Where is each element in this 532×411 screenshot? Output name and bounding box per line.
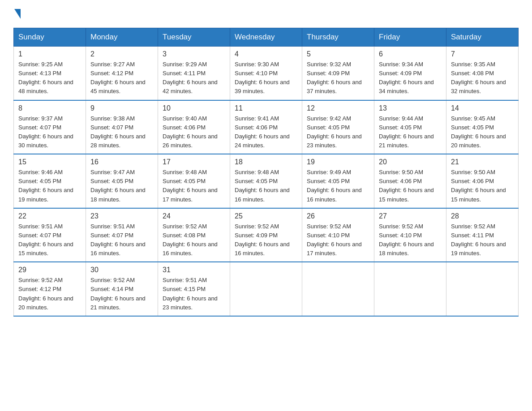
day-number: 17 (163, 158, 225, 166)
day-info: Sunrise: 9:45 AMSunset: 4:05 PMDaylight:… (451, 114, 514, 150)
calendar-cell: 1Sunrise: 9:25 AMSunset: 4:13 PMDaylight… (14, 47, 86, 100)
calendar-cell: 10Sunrise: 9:40 AMSunset: 4:06 PMDayligh… (158, 100, 230, 154)
calendar-cell (446, 262, 519, 316)
week-row-5: 29Sunrise: 9:52 AMSunset: 4:12 PMDayligh… (14, 262, 519, 316)
day-number: 7 (451, 50, 514, 58)
calendar-cell: 6Sunrise: 9:34 AMSunset: 4:09 PMDaylight… (374, 47, 446, 100)
header-tuesday: Tuesday (158, 28, 230, 47)
day-info: Sunrise: 9:42 AMSunset: 4:05 PMDaylight:… (307, 114, 369, 150)
calendar-cell: 17Sunrise: 9:48 AMSunset: 4:05 PMDayligh… (158, 154, 230, 208)
calendar-cell: 21Sunrise: 9:50 AMSunset: 4:06 PMDayligh… (446, 154, 519, 208)
day-info: Sunrise: 9:25 AMSunset: 4:13 PMDaylight:… (18, 60, 81, 96)
day-info: Sunrise: 9:48 AMSunset: 4:05 PMDaylight:… (163, 168, 225, 204)
day-info: Sunrise: 9:44 AMSunset: 4:05 PMDaylight:… (379, 114, 442, 150)
week-row-2: 8Sunrise: 9:37 AMSunset: 4:07 PMDaylight… (14, 100, 519, 154)
day-info: Sunrise: 9:37 AMSunset: 4:07 PMDaylight:… (18, 114, 81, 150)
calendar-cell: 30Sunrise: 9:52 AMSunset: 4:14 PMDayligh… (86, 262, 158, 316)
calendar-cell: 9Sunrise: 9:38 AMSunset: 4:07 PMDaylight… (86, 100, 158, 154)
header-saturday: Saturday (446, 28, 519, 47)
calendar-cell: 22Sunrise: 9:51 AMSunset: 4:07 PMDayligh… (14, 208, 86, 262)
calendar-cell: 7Sunrise: 9:35 AMSunset: 4:08 PMDaylight… (446, 47, 519, 100)
week-row-3: 15Sunrise: 9:46 AMSunset: 4:05 PMDayligh… (14, 154, 519, 208)
day-number: 24 (163, 212, 225, 220)
day-info: Sunrise: 9:46 AMSunset: 4:05 PMDaylight:… (18, 168, 81, 204)
calendar-cell: 13Sunrise: 9:44 AMSunset: 4:05 PMDayligh… (374, 100, 446, 154)
calendar-cell: 8Sunrise: 9:37 AMSunset: 4:07 PMDaylight… (14, 100, 86, 154)
day-info: Sunrise: 9:51 AMSunset: 4:15 PMDaylight:… (163, 276, 225, 312)
day-number: 20 (379, 158, 442, 166)
day-info: Sunrise: 9:52 AMSunset: 4:10 PMDaylight:… (379, 222, 442, 258)
day-number: 12 (307, 104, 369, 112)
calendar-cell: 11Sunrise: 9:41 AMSunset: 4:06 PMDayligh… (230, 100, 302, 154)
day-info: Sunrise: 9:50 AMSunset: 4:06 PMDaylight:… (379, 168, 442, 204)
calendar-cell: 16Sunrise: 9:47 AMSunset: 4:05 PMDayligh… (86, 154, 158, 208)
day-number: 9 (90, 104, 153, 112)
day-number: 22 (18, 212, 81, 220)
calendar-cell: 27Sunrise: 9:52 AMSunset: 4:10 PMDayligh… (374, 208, 446, 262)
day-number: 27 (379, 212, 442, 220)
day-info: Sunrise: 9:34 AMSunset: 4:09 PMDaylight:… (379, 60, 442, 96)
calendar-cell: 25Sunrise: 9:52 AMSunset: 4:09 PMDayligh… (230, 208, 302, 262)
logo-triangle-icon (14, 9, 21, 19)
week-row-1: 1Sunrise: 9:25 AMSunset: 4:13 PMDaylight… (14, 47, 519, 100)
day-info: Sunrise: 9:27 AMSunset: 4:12 PMDaylight:… (90, 60, 153, 96)
day-info: Sunrise: 9:52 AMSunset: 4:08 PMDaylight:… (163, 222, 225, 258)
calendar-cell: 4Sunrise: 9:30 AMSunset: 4:10 PMDaylight… (230, 47, 302, 100)
calendar-cell: 23Sunrise: 9:51 AMSunset: 4:07 PMDayligh… (86, 208, 158, 262)
day-info: Sunrise: 9:51 AMSunset: 4:07 PMDaylight:… (18, 222, 81, 258)
day-number: 4 (235, 50, 297, 58)
calendar-cell (302, 262, 374, 316)
day-info: Sunrise: 9:40 AMSunset: 4:06 PMDaylight:… (163, 114, 225, 150)
day-number: 23 (90, 212, 153, 220)
day-info: Sunrise: 9:52 AMSunset: 4:10 PMDaylight:… (307, 222, 369, 258)
calendar-table: SundayMondayTuesdayWednesdayThursdayFrid… (13, 28, 519, 317)
calendar-cell: 5Sunrise: 9:32 AMSunset: 4:09 PMDaylight… (302, 47, 374, 100)
header-thursday: Thursday (302, 28, 374, 47)
day-info: Sunrise: 9:47 AMSunset: 4:05 PMDaylight:… (90, 168, 153, 204)
day-number: 13 (379, 104, 442, 112)
day-number: 14 (451, 104, 514, 112)
day-info: Sunrise: 9:50 AMSunset: 4:06 PMDaylight:… (451, 168, 514, 204)
day-info: Sunrise: 9:32 AMSunset: 4:09 PMDaylight:… (307, 60, 369, 96)
calendar-cell: 18Sunrise: 9:48 AMSunset: 4:05 PMDayligh… (230, 154, 302, 208)
calendar-cell: 2Sunrise: 9:27 AMSunset: 4:12 PMDaylight… (86, 47, 158, 100)
day-number: 30 (90, 266, 153, 274)
day-number: 31 (163, 266, 225, 274)
calendar-cell: 14Sunrise: 9:45 AMSunset: 4:05 PMDayligh… (446, 100, 519, 154)
header-friday: Friday (374, 28, 446, 47)
day-number: 5 (307, 50, 369, 58)
header-sunday: Sunday (14, 28, 86, 47)
calendar-cell: 29Sunrise: 9:52 AMSunset: 4:12 PMDayligh… (14, 262, 86, 316)
header-monday: Monday (86, 28, 158, 47)
day-number: 6 (379, 50, 442, 58)
calendar-cell: 20Sunrise: 9:50 AMSunset: 4:06 PMDayligh… (374, 154, 446, 208)
calendar-cell: 12Sunrise: 9:42 AMSunset: 4:05 PMDayligh… (302, 100, 374, 154)
calendar-cell: 24Sunrise: 9:52 AMSunset: 4:08 PMDayligh… (158, 208, 230, 262)
day-info: Sunrise: 9:52 AMSunset: 4:14 PMDaylight:… (90, 276, 153, 312)
day-info: Sunrise: 9:30 AMSunset: 4:10 PMDaylight:… (235, 60, 297, 96)
day-number: 28 (451, 212, 514, 220)
logo (13, 9, 21, 19)
day-info: Sunrise: 9:38 AMSunset: 4:07 PMDaylight:… (90, 114, 153, 150)
calendar-header-row: SundayMondayTuesdayWednesdayThursdayFrid… (14, 28, 519, 47)
day-info: Sunrise: 9:52 AMSunset: 4:11 PMDaylight:… (451, 222, 514, 258)
day-number: 8 (18, 104, 81, 112)
day-number: 11 (235, 104, 297, 112)
day-info: Sunrise: 9:29 AMSunset: 4:11 PMDaylight:… (163, 60, 225, 96)
day-info: Sunrise: 9:48 AMSunset: 4:05 PMDaylight:… (235, 168, 297, 204)
day-info: Sunrise: 9:41 AMSunset: 4:06 PMDaylight:… (235, 114, 297, 150)
day-number: 3 (163, 50, 225, 58)
day-number: 29 (18, 266, 81, 274)
calendar-cell (230, 262, 302, 316)
day-number: 16 (90, 158, 153, 166)
day-number: 25 (235, 212, 297, 220)
calendar-cell: 3Sunrise: 9:29 AMSunset: 4:11 PMDaylight… (158, 47, 230, 100)
calendar-cell: 19Sunrise: 9:49 AMSunset: 4:05 PMDayligh… (302, 154, 374, 208)
day-number: 18 (235, 158, 297, 166)
day-number: 21 (451, 158, 514, 166)
day-info: Sunrise: 9:51 AMSunset: 4:07 PMDaylight:… (90, 222, 153, 258)
calendar-cell: 26Sunrise: 9:52 AMSunset: 4:10 PMDayligh… (302, 208, 374, 262)
day-info: Sunrise: 9:35 AMSunset: 4:08 PMDaylight:… (451, 60, 514, 96)
day-info: Sunrise: 9:49 AMSunset: 4:05 PMDaylight:… (307, 168, 369, 204)
calendar-cell: 15Sunrise: 9:46 AMSunset: 4:05 PMDayligh… (14, 154, 86, 208)
